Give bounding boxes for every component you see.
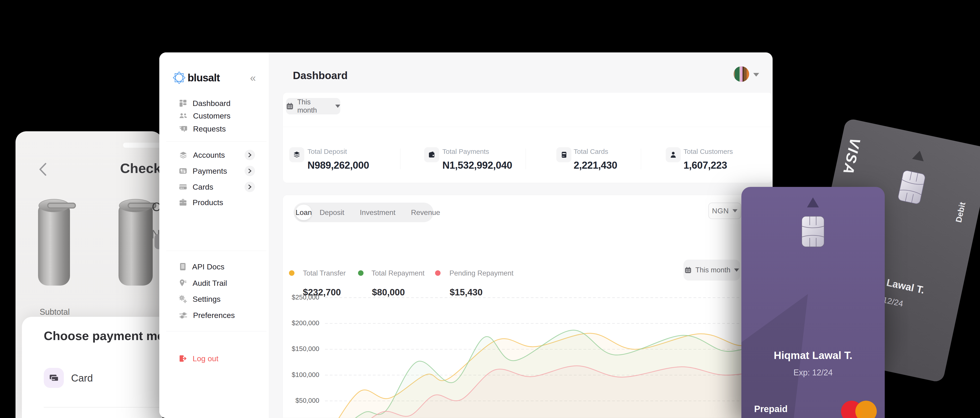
sidebar-item-products[interactable]: Products — [179, 196, 223, 209]
sidebar-item-label: Payments — [192, 167, 227, 175]
brand-name: blusalt — [188, 72, 220, 84]
stat-value: 2,221,430 — [574, 159, 617, 171]
payments-expand-button[interactable] — [245, 166, 255, 176]
chart-period-dropdown[interactable]: This month — [684, 260, 740, 281]
chevron-left-icon — [37, 161, 50, 177]
products-briefcase-icon — [179, 198, 187, 207]
tab-revenue[interactable]: Revenue — [403, 208, 448, 217]
sidebar: blusalt « Dashboard Customers — [159, 52, 269, 418]
payment-sheet: Choose payment method Card — [22, 317, 162, 418]
avatar-caret-icon[interactable] — [753, 73, 759, 76]
sidebar-item-payments[interactable]: Payments — [179, 165, 227, 177]
chart-tabs: Loan Deposit Investment Revenue — [294, 203, 433, 222]
preferences-sliders-icon — [179, 311, 188, 319]
calendar-icon — [684, 267, 692, 274]
sidebar-collapse-button[interactable]: « — [250, 73, 256, 83]
triangle-icon — [912, 149, 926, 161]
stat-label: Total Payments — [442, 148, 489, 156]
dashboard-grid-icon — [179, 99, 187, 107]
date-range-dropdown[interactable]: This month — [286, 98, 340, 114]
chart-period-value: This month — [695, 266, 730, 274]
sidebar-item-audit-trail[interactable]: Audit Trail — [179, 277, 227, 289]
sidebar-item-settings[interactable]: Settings — [179, 292, 221, 305]
sidebar-item-label: Requests — [193, 124, 226, 134]
customers-icon — [179, 112, 188, 120]
legend-label: Total Repayment — [371, 269, 425, 277]
wallet-icon — [428, 151, 436, 159]
dashboard-window: blusalt « Dashboard Customers — [159, 52, 773, 418]
person-icon — [669, 151, 677, 159]
visa-logo: VISA — [840, 136, 864, 176]
tab-deposit[interactable]: Deposit — [312, 208, 352, 217]
subtotal-label: Subtotal — [40, 307, 70, 317]
sidebar-item-label: Products — [192, 198, 223, 207]
blusalt-logo-icon — [172, 71, 186, 84]
legend-dot-pending-repayment — [435, 270, 441, 276]
payments-transfer-icon — [179, 167, 187, 175]
sidebar-item-label: Audit Trail — [192, 279, 227, 288]
back-button[interactable] — [37, 161, 50, 177]
stat-value: 1,607,223 — [684, 159, 727, 171]
logout-label: Log out — [192, 354, 218, 363]
card-type-label: Prepaid — [754, 404, 788, 414]
tab-investment[interactable]: Investment — [352, 208, 403, 217]
total-payments-icon-box — [424, 147, 439, 162]
divider — [525, 148, 526, 169]
avatar[interactable] — [733, 66, 749, 82]
currency-value: NGN — [712, 207, 729, 215]
total-deposit-icon-box — [289, 147, 304, 162]
loan-line-chart — [283, 292, 773, 418]
card-expiry: Exp: 12/24 — [741, 368, 885, 377]
sidebar-item-label: Dashboard — [192, 99, 231, 108]
deposit-layers-icon — [293, 151, 301, 159]
tab-loan[interactable]: Loan — [296, 205, 312, 220]
chart-panel: Loan Deposit Investment Revenue NGN Tota… — [283, 195, 773, 418]
api-docs-icon — [179, 262, 187, 271]
stat-label: Total Deposit — [307, 148, 347, 156]
brand-logo: blusalt — [172, 71, 220, 84]
checkout-panel: Checkout C N Subtotal Choose payment met… — [16, 131, 162, 418]
triangle-icon — [807, 197, 819, 207]
stat-label: Total Cards — [574, 148, 608, 156]
product-image-can-2 — [119, 199, 153, 286]
sidebar-item-api-docs[interactable]: API Docs — [179, 260, 224, 273]
sidebar-item-label: Preferences — [193, 311, 235, 320]
sidebar-item-label: Accounts — [193, 151, 225, 159]
total-customers-icon-box — [666, 147, 681, 162]
sidebar-item-preferences[interactable]: Preferences — [179, 309, 235, 322]
screen: Checkout C N Subtotal Choose payment met… — [0, 0, 980, 418]
card-type-label: Debit — [954, 201, 967, 223]
card-icon — [560, 151, 568, 159]
legend-label: Total Transfer — [303, 269, 346, 277]
prepaid-card: Hiqmat Lawal T. Exp: 12/24 Prepaid — [741, 187, 885, 418]
cards-icon — [49, 373, 59, 383]
payment-option-card[interactable]: Card — [71, 372, 93, 384]
sidebar-item-label: API Docs — [192, 262, 224, 271]
legend-dot-total-repayment — [358, 270, 364, 276]
divider — [400, 148, 401, 169]
sidebar-item-customers[interactable]: Customers — [179, 110, 231, 122]
chevron-down-icon — [734, 269, 739, 272]
cards-expand-button[interactable] — [245, 182, 255, 192]
stat-label: Total Customers — [684, 148, 733, 156]
credit-card-icon — [179, 183, 187, 191]
sidebar-item-cards[interactable]: Cards — [179, 181, 213, 193]
accounts-layers-icon — [179, 151, 188, 159]
sidebar-item-label: Settings — [192, 295, 221, 304]
calendar-icon — [286, 102, 294, 110]
currency-dropdown[interactable]: NGN — [708, 203, 741, 219]
product-image-can-1 — [38, 199, 70, 286]
divider — [283, 127, 772, 127]
sidebar-item-dashboard[interactable]: Dashboard — [179, 97, 231, 110]
sidebar-item-accounts[interactable]: Accounts — [179, 149, 225, 161]
stat-value: N989,262,000 — [307, 159, 369, 171]
divider — [44, 407, 162, 407]
date-range-value: This month — [297, 98, 332, 114]
accounts-expand-button[interactable] — [245, 150, 255, 160]
sidebar-item-requests[interactable]: Requests — [179, 122, 226, 135]
total-cards-icon-box — [556, 147, 571, 162]
settings-gears-icon — [179, 295, 187, 303]
card-payment-icon-box — [44, 368, 64, 388]
logout-button[interactable]: Log out — [179, 352, 218, 365]
legend-dot-total-transfer — [289, 270, 294, 276]
